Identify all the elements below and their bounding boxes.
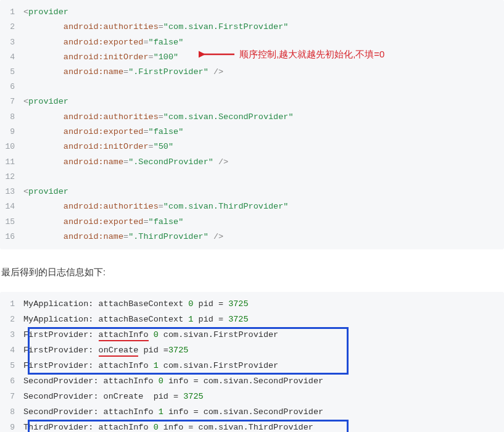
line-number: 16: [0, 230, 23, 244]
code-content: android:authorities="com.sivan.SecondPro…: [23, 110, 294, 125]
code-line: 6: [0, 80, 504, 94]
code-content: android:initOrder="100": [23, 50, 178, 65]
line-number: 8: [0, 110, 23, 124]
line-number: 2: [0, 312, 23, 327]
log-line: 5FirstProvider: attachInfo 1 com.sivan.F…: [0, 359, 504, 374]
code-content: android:exported="false": [23, 125, 183, 139]
line-number: 1: [0, 297, 23, 312]
line-number: 8: [0, 405, 23, 420]
code-line: 7<provider: [0, 94, 504, 109]
log-line: 2MyApplication: attachBaseContext 1 pid …: [0, 312, 504, 328]
code-line: 16 android:name=".ThirdProvider" />: [0, 230, 504, 244]
log-content: FirstProvider: attachInfo 0 com.sivan.Fi…: [23, 328, 278, 343]
log-content: FirstProvider: attachInfo 1 com.sivan.Fi…: [23, 359, 278, 374]
line-number: 9: [0, 420, 23, 432]
log-content: MyApplication: attachBaseContext 0 pid =…: [23, 297, 249, 312]
line-number: 13: [0, 185, 23, 199]
line-number: 2: [0, 20, 23, 34]
line-number: 3: [0, 35, 23, 49]
line-number: 15: [0, 215, 23, 229]
code-line: 15 android:exported="false": [0, 215, 504, 230]
line-number: 4: [0, 50, 23, 64]
code-line: 2 android:authorities="com.sivan.FirstPr…: [0, 20, 504, 35]
line-number: 14: [0, 199, 23, 214]
log-content: ThirdProvider: attachInfo 0 info = com.s…: [23, 420, 313, 432]
code-line: 12: [0, 170, 504, 185]
line-number: 9: [0, 125, 23, 139]
code-content: <provider: [23, 94, 68, 109]
code-content: <provider: [23, 5, 68, 20]
code-content: android:authorities="com.sivan.ThirdProv…: [23, 199, 288, 214]
log-content: MyApplication: attachBaseContext 1 pid =…: [23, 312, 249, 328]
log-content: FirstProvider: onCreate pid =3725: [23, 343, 188, 359]
line-number: 3: [0, 328, 23, 343]
code-content: android:name=".FirstProvider" />: [23, 65, 223, 80]
code-content: android:exported="false": [23, 35, 183, 50]
line-number: 6: [0, 80, 23, 94]
code-content: android:authorities="com.sivan.FirstProv…: [23, 20, 288, 35]
log-line: 6SecondProvider: attachInfo 0 info = com…: [0, 374, 504, 389]
code-line: 1<provider: [0, 5, 504, 20]
code-content: android:initOrder="50": [23, 139, 173, 154]
code-line: 11 android:name=".SecondProvider" />: [0, 155, 504, 170]
line-number: 1: [0, 5, 23, 19]
log-content: SecondProvider: onCreate pid = 3725: [23, 389, 204, 405]
line-number: 10: [0, 139, 23, 154]
line-number: 7: [0, 94, 23, 109]
log-line: 3FirstProvider: attachInfo 0 com.sivan.F…: [0, 328, 504, 343]
line-number: 4: [0, 343, 23, 358]
log-line: 8SecondProvider: attachInfo 1 info = com…: [0, 405, 504, 420]
code-content: android:exported="false": [23, 215, 183, 230]
log-line: 4FirstProvider: onCreate pid =3725: [0, 343, 504, 359]
code-line: 4 android:initOrder="100": [0, 50, 504, 65]
xml-code-block: 1<provider2 android:authorities="com.siv…: [0, 0, 504, 249]
log-content: SecondProvider: attachInfo 1 info = com.…: [23, 405, 323, 420]
code-line: 3 android:exported="false": [0, 35, 504, 50]
log-content: SecondProvider: attachInfo 0 info = com.…: [23, 374, 323, 389]
log-output-block: 1MyApplication: attachBaseContext 0 pid …: [0, 292, 504, 432]
log-line: 7SecondProvider: onCreate pid = 3725: [0, 389, 504, 405]
code-content: android:name=".ThirdProvider" />: [23, 230, 223, 244]
line-number: 6: [0, 374, 23, 389]
code-content: <provider: [23, 185, 68, 199]
code-line: 14 android:authorities="com.sivan.ThirdP…: [0, 199, 504, 214]
section-label: 最后得到的日志信息如下:: [0, 249, 504, 292]
code-content: android:name=".SecondProvider" />: [23, 155, 228, 170]
log-line: 9ThirdProvider: attachInfo 0 info = com.…: [0, 420, 504, 432]
code-line: 13<provider: [0, 185, 504, 199]
line-number: 12: [0, 170, 23, 184]
line-number: 5: [0, 359, 23, 373]
line-number: 11: [0, 155, 23, 169]
log-line: 1MyApplication: attachBaseContext 0 pid …: [0, 297, 504, 312]
line-number: 5: [0, 65, 23, 79]
code-line: 9 android:exported="false": [0, 125, 504, 139]
code-line: 8 android:authorities="com.sivan.SecondP…: [0, 110, 504, 125]
line-number: 7: [0, 389, 23, 404]
code-line: 10 android:initOrder="50": [0, 139, 504, 154]
code-line: 5 android:name=".FirstProvider" />: [0, 65, 504, 80]
